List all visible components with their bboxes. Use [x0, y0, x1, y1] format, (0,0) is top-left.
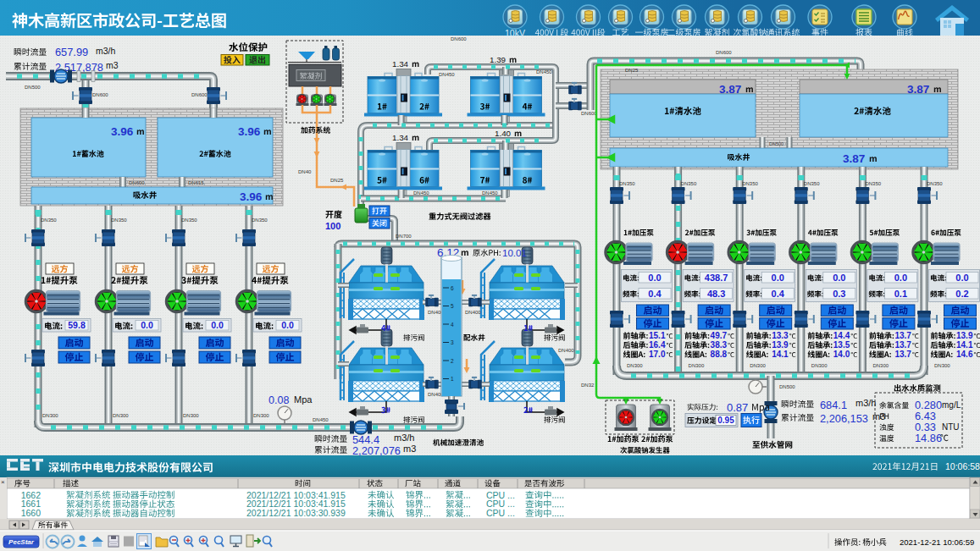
svg-text:49.7: 49.7 — [711, 331, 728, 340]
svg-text:DN25: DN25 — [625, 68, 639, 73]
svg-text:3.96: 3.96 — [240, 190, 263, 203]
svg-text:DN600: DN600 — [716, 50, 732, 55]
svg-text:DN350: DN350 — [742, 181, 758, 186]
svg-text:DN350: DN350 — [111, 218, 127, 223]
svg-text:DN350: DN350 — [681, 181, 697, 186]
svg-text:1.34: 1.34 — [392, 59, 409, 69]
svg-text:3.96: 3.96 — [238, 125, 261, 138]
svg-text:DN25: DN25 — [330, 178, 344, 183]
svg-text:DN500: DN500 — [25, 85, 41, 90]
svg-text:13.7: 13.7 — [894, 340, 911, 350]
svg-text:1.39: 1.39 — [490, 55, 506, 64]
svg-text:2021-12-21 10:06:59: 2021-12-21 10:06:59 — [900, 537, 974, 547]
svg-text:2021/12/21 10:03:30.939: 2021/12/21 10:03:30.939 — [246, 508, 346, 518]
svg-text:DN450: DN450 — [313, 417, 329, 422]
svg-text:5: 5 — [451, 303, 454, 309]
svg-text:m3/h: m3/h — [855, 398, 876, 408]
svg-text:m3: m3 — [872, 411, 885, 422]
svg-text:DN600: DN600 — [129, 180, 145, 185]
svg-text:DN500: DN500 — [779, 384, 795, 389]
svg-text:14.6: 14.6 — [956, 350, 973, 359]
svg-text:DN400: DN400 — [465, 310, 481, 315]
svg-text:DN300: DN300 — [811, 363, 828, 368]
svg-text:DN300: DN300 — [689, 363, 705, 368]
svg-text:0.08: 0.08 — [269, 394, 289, 406]
svg-text:438.7: 438.7 — [705, 273, 728, 283]
svg-text:0.0: 0.0 — [648, 273, 661, 283]
svg-text:DN300: DN300 — [253, 413, 269, 418]
svg-text:0.0: 0.0 — [955, 273, 968, 283]
svg-text:684.1: 684.1 — [820, 399, 847, 411]
svg-text:59.8: 59.8 — [68, 320, 86, 330]
svg-text:m3/h: m3/h — [394, 433, 414, 443]
svg-text:PecStar: PecStar — [8, 538, 35, 546]
svg-text:m3: m3 — [403, 444, 416, 454]
svg-text:mg/L: mg/L — [942, 400, 961, 410]
svg-text:13.9: 13.9 — [956, 331, 973, 340]
svg-text:DN350: DN350 — [619, 181, 635, 186]
svg-text:16.4: 16.4 — [649, 340, 666, 350]
svg-text:17.0: 17.0 — [649, 350, 666, 359]
svg-text:DN350: DN350 — [181, 218, 197, 223]
svg-text:13.7: 13.7 — [894, 350, 911, 359]
svg-text:m3: m3 — [106, 60, 119, 70]
svg-text:0.0: 0.0 — [141, 320, 153, 330]
svg-text:1.40: 1.40 — [495, 129, 512, 138]
svg-text:13.7: 13.7 — [894, 331, 911, 340]
svg-text:0.0: 0.0 — [281, 320, 294, 330]
svg-text:DN450: DN450 — [439, 72, 455, 77]
svg-text:88.8: 88.8 — [711, 350, 728, 359]
svg-text:1660: 1660 — [21, 508, 42, 518]
svg-text:m3/h: m3/h — [96, 46, 116, 56]
svg-text:657.99: 657.99 — [55, 46, 88, 58]
svg-text:3.87: 3.87 — [843, 152, 865, 165]
svg-text:2: 2 — [451, 358, 454, 364]
svg-text:0.1: 0.1 — [894, 289, 907, 299]
svg-text:3.96: 3.96 — [111, 125, 134, 138]
svg-text:DN300: DN300 — [934, 363, 950, 368]
svg-text:DN600: DN600 — [92, 92, 108, 97]
svg-text:DN350: DN350 — [865, 181, 881, 186]
svg-text:2,206,153: 2,206,153 — [820, 412, 868, 425]
svg-text:NTU: NTU — [942, 422, 960, 432]
svg-text:DN300: DN300 — [183, 413, 199, 418]
svg-text:DN615: DN615 — [188, 180, 204, 185]
svg-text:DN300: DN300 — [113, 413, 129, 418]
svg-text:DN450: DN450 — [482, 190, 498, 196]
svg-text:100: 100 — [325, 221, 341, 231]
svg-text:0.0: 0.0 — [211, 320, 224, 330]
svg-text:15.1: 15.1 — [649, 331, 666, 340]
svg-text:DN600: DN600 — [191, 92, 208, 97]
svg-text:0.0: 0.0 — [772, 273, 784, 283]
svg-text:DN500: DN500 — [769, 141, 783, 146]
svg-text:13.9: 13.9 — [772, 340, 789, 350]
svg-text:DN450: DN450 — [536, 69, 552, 74]
svg-text:3: 3 — [451, 339, 454, 345]
svg-text:14.1: 14.1 — [772, 350, 789, 359]
svg-text:DN350: DN350 — [41, 218, 57, 223]
svg-text:DN400: DN400 — [558, 348, 574, 353]
svg-text:DN32: DN32 — [581, 383, 595, 388]
svg-text:DN300: DN300 — [872, 363, 889, 368]
svg-text:10kV: 10kV — [505, 28, 525, 38]
svg-text:14.4: 14.4 — [833, 331, 850, 340]
svg-text:13.5: 13.5 — [833, 340, 850, 350]
svg-text:0.4: 0.4 — [648, 289, 662, 299]
svg-text:DN700: DN700 — [396, 234, 412, 239]
svg-text:DN350: DN350 — [804, 181, 820, 186]
svg-text:1: 1 — [451, 376, 454, 382]
svg-text:6: 6 — [451, 285, 454, 291]
svg-text:DN350: DN350 — [252, 218, 268, 223]
svg-text:0.0: 0.0 — [894, 273, 907, 283]
svg-text:0.87: 0.87 — [727, 401, 748, 414]
svg-text:DN40: DN40 — [298, 169, 312, 174]
svg-text:DN450: DN450 — [413, 190, 429, 196]
svg-text:1.34: 1.34 — [392, 133, 409, 142]
svg-text:14.0: 14.0 — [833, 350, 850, 359]
svg-text:38.3: 38.3 — [711, 340, 728, 350]
svg-text:0.0: 0.0 — [833, 273, 845, 283]
svg-text:13.3: 13.3 — [772, 331, 789, 340]
svg-text:10:06:58: 10:06:58 — [945, 461, 980, 471]
svg-text:0.3: 0.3 — [833, 289, 845, 299]
svg-text:0.2: 0.2 — [955, 289, 968, 299]
